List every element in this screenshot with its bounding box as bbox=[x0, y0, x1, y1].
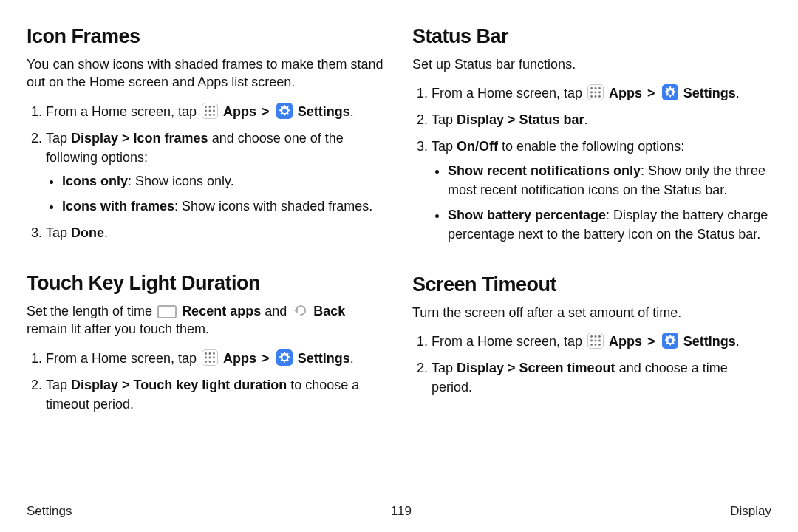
apps-icon bbox=[587, 332, 604, 349]
text: : Show icons with shaded frames. bbox=[174, 199, 372, 214]
screen-timeout-heading: Screen Timeout bbox=[412, 273, 771, 296]
text: . bbox=[350, 351, 354, 366]
settings-label: Settings bbox=[683, 86, 736, 100]
step-item: Tap On/Off to enable the following optio… bbox=[432, 137, 771, 243]
status-bar-steps: From a Home screen, tap Apps > Settings.… bbox=[412, 83, 771, 244]
step-item: Tap Display > Status bar. bbox=[432, 110, 771, 129]
settings-icon bbox=[662, 332, 678, 349]
breadcrumb-chevron: > bbox=[646, 334, 657, 349]
touch-key-heading: Touch Key Light Duration bbox=[27, 272, 386, 295]
screen-timeout-lead: Turn the screen off after a set amount o… bbox=[412, 304, 771, 321]
apps-label: Apps bbox=[609, 334, 642, 349]
settings-label: Settings bbox=[298, 104, 350, 119]
bold: Status bar bbox=[519, 112, 584, 127]
step-item: From a Home screen, tap Apps > Settings. bbox=[432, 83, 771, 103]
bold: > bbox=[118, 131, 134, 146]
text: Tap bbox=[432, 112, 457, 127]
page-number: 119 bbox=[72, 504, 730, 519]
settings-label: Settings bbox=[683, 334, 736, 349]
bold: Icons with frames bbox=[62, 199, 174, 214]
bold: Icon frames bbox=[134, 131, 208, 146]
step-item: From a Home screen, tap Apps > Settings. bbox=[46, 102, 386, 121]
bold: Display bbox=[457, 112, 504, 127]
text: . bbox=[736, 334, 740, 349]
settings-icon bbox=[276, 103, 293, 119]
status-bar-lead: Set up Status bar functions. bbox=[412, 55, 771, 73]
back-icon bbox=[292, 302, 308, 318]
right-column: Status Bar Set up Status bar functions. … bbox=[412, 25, 771, 498]
list-item: Show recent notifications only: Show onl… bbox=[448, 161, 771, 200]
apps-label: Apps bbox=[609, 86, 642, 100]
step-item: Tap Done. bbox=[46, 223, 386, 242]
recent-apps-label: Recent apps bbox=[182, 304, 261, 318]
text: . bbox=[584, 112, 588, 127]
apps-label: Apps bbox=[223, 351, 256, 366]
text: : Show icons only. bbox=[128, 174, 234, 188]
text: Tap bbox=[432, 139, 457, 154]
list-item: Icons with frames: Show icons with shade… bbox=[62, 197, 386, 216]
text: to enable the following options: bbox=[498, 139, 684, 154]
apps-icon bbox=[202, 103, 218, 119]
left-column: Icon Frames You can show icons with shad… bbox=[27, 25, 386, 498]
icon-frames-heading: Icon Frames bbox=[27, 25, 386, 48]
apps-icon bbox=[202, 349, 218, 366]
text: Tap bbox=[46, 225, 71, 240]
apps-label: Apps bbox=[223, 104, 256, 119]
status-bar-heading: Status Bar bbox=[412, 25, 771, 48]
text: From a Home screen, tap bbox=[46, 104, 200, 119]
page-footer: Settings 119 Display bbox=[27, 498, 771, 532]
text: remain lit after you touch them. bbox=[27, 321, 209, 336]
bold: Touch key light duration bbox=[134, 378, 287, 392]
icon-frames-options: Icons only: Show icons only. Icons with … bbox=[46, 171, 386, 216]
bold: Screen timeout bbox=[519, 361, 615, 375]
bold: > bbox=[504, 112, 519, 127]
text: From a Home screen, tap bbox=[46, 351, 200, 366]
footer-right: Display bbox=[730, 504, 771, 519]
bold: Show battery percentage bbox=[448, 208, 606, 222]
bold: Display bbox=[457, 361, 504, 375]
text: . bbox=[350, 104, 354, 119]
step-item: Tap Display > Screen timeout and choose … bbox=[432, 358, 771, 397]
manual-page: Icon Frames You can show icons with shad… bbox=[0, 0, 798, 532]
apps-icon bbox=[587, 84, 604, 100]
bold: Done bbox=[71, 225, 104, 240]
text: From a Home screen, tap bbox=[432, 86, 586, 100]
bold: Display bbox=[71, 131, 118, 146]
list-item: Icons only: Show icons only. bbox=[62, 171, 386, 191]
settings-icon bbox=[276, 349, 293, 366]
bold: > bbox=[118, 378, 134, 392]
breadcrumb-chevron: > bbox=[646, 86, 657, 100]
bold: Icons only bbox=[62, 174, 128, 188]
text: Set the length of time bbox=[27, 304, 156, 318]
text: Tap bbox=[46, 378, 71, 392]
step-item: Tap Display > Icon frames and choose one… bbox=[46, 129, 386, 216]
text: Tap bbox=[432, 361, 457, 375]
footer-left: Settings bbox=[27, 504, 72, 519]
text: and bbox=[265, 304, 290, 318]
icon-frames-steps: From a Home screen, tap Apps > Settings.… bbox=[27, 102, 386, 243]
touch-key-steps: From a Home screen, tap Apps > Settings.… bbox=[27, 349, 386, 414]
recent-apps-icon bbox=[157, 305, 177, 318]
text: . bbox=[104, 225, 108, 240]
settings-label: Settings bbox=[298, 351, 350, 366]
touch-key-lead: Set the length of time Recent apps and B… bbox=[27, 302, 386, 338]
text: From a Home screen, tap bbox=[432, 334, 586, 349]
bold: Display bbox=[71, 378, 118, 392]
list-item: Show battery percentage: Display the bat… bbox=[448, 205, 771, 244]
bold: > bbox=[504, 361, 519, 375]
text: Tap bbox=[46, 131, 71, 146]
icon-frames-lead: You can show icons with shaded frames to… bbox=[27, 55, 386, 92]
step-item: Tap Display > Touch key light duration t… bbox=[46, 375, 386, 414]
two-column-content: Icon Frames You can show icons with shad… bbox=[27, 25, 771, 498]
breadcrumb-chevron: > bbox=[260, 104, 271, 119]
breadcrumb-chevron: > bbox=[260, 351, 271, 366]
back-label: Back bbox=[313, 304, 345, 318]
screen-timeout-steps: From a Home screen, tap Apps > Settings.… bbox=[412, 332, 771, 397]
bold: Show recent notifications only bbox=[448, 163, 641, 178]
settings-icon bbox=[662, 84, 678, 100]
step-item: From a Home screen, tap Apps > Settings. bbox=[432, 332, 771, 351]
bold: On/Off bbox=[457, 139, 498, 154]
text: . bbox=[736, 86, 740, 100]
step-item: From a Home screen, tap Apps > Settings. bbox=[46, 349, 386, 368]
status-bar-options: Show recent notifications only: Show onl… bbox=[432, 161, 771, 244]
